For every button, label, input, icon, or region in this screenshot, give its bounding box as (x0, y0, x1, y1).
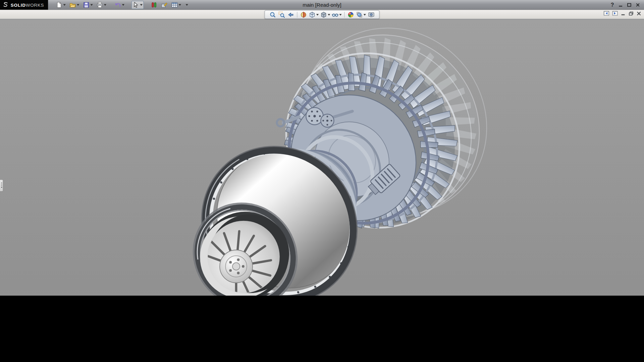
display-style-icon (320, 11, 327, 18)
solidworks-logo-icon (2, 2, 8, 8)
open-folder-icon (69, 1, 76, 8)
minimize-icon (619, 3, 623, 7)
apply-scene-button[interactable] (356, 11, 366, 18)
pencil-box-icon (161, 1, 168, 8)
chevron-down-icon (339, 14, 341, 15)
scene-ball-icon (356, 11, 363, 18)
hide-show-items-button[interactable] (331, 11, 342, 18)
toolbar-options-button[interactable] (184, 1, 190, 9)
help-button[interactable]: ? (611, 2, 614, 8)
brand-text: SOLIDWORKS (11, 2, 44, 7)
select-button[interactable] (131, 1, 144, 9)
view-orientation-button[interactable] (309, 11, 319, 18)
minimize-button[interactable] (619, 3, 623, 7)
close-icon (637, 11, 641, 15)
design-table-button[interactable] (170, 1, 182, 9)
undo-button[interactable] (113, 1, 126, 9)
zoom-to-fit-icon (269, 11, 276, 18)
maximize-icon (627, 3, 631, 7)
zoom-to-fit-button[interactable] (269, 11, 277, 18)
chevron-down-icon (63, 4, 66, 6)
mdi-window-controls (604, 11, 641, 15)
select-cursor-icon (133, 1, 140, 8)
section-view-button[interactable] (300, 11, 308, 18)
view-settings-icon (368, 11, 375, 18)
save-floppy-icon (83, 1, 90, 8)
appearance-ball-icon (347, 11, 354, 18)
edit-appearance-button[interactable] (346, 11, 355, 18)
section-view-icon (300, 11, 307, 18)
chevron-down-icon (122, 4, 124, 6)
chevron-down-icon (316, 14, 319, 15)
solidworks-logo: SOLIDWORKS (0, 0, 48, 10)
minimize-icon (621, 11, 625, 15)
chevron-down-icon (104, 4, 106, 6)
pane-arrow-right-icon (612, 11, 618, 15)
splitter-grip-dots (1, 183, 2, 188)
chevron-down-icon (364, 14, 366, 15)
heads-up-view-toolbar (265, 10, 380, 19)
maximize-button[interactable] (627, 3, 631, 7)
graphics-area[interactable]: y x *Dimetric (0, 19, 644, 296)
engine-model-scene[interactable] (0, 19, 644, 296)
heads-up-row (0, 10, 644, 19)
undo-arrow-icon (115, 1, 121, 8)
view-settings-button[interactable] (367, 11, 375, 18)
close-document-button[interactable] (637, 11, 641, 15)
show-pane-button[interactable] (612, 11, 618, 15)
chevron-down-icon (186, 4, 188, 6)
panel-splitter-handle[interactable] (0, 179, 3, 192)
printer-icon (97, 1, 103, 8)
chevron-down-icon (77, 4, 79, 6)
close-icon (636, 3, 640, 7)
glasses-icon (332, 11, 338, 18)
title-bar: SOLIDWORKS (0, 0, 644, 10)
save-button[interactable] (82, 1, 94, 9)
new-document-icon (56, 1, 63, 8)
main-toolbar (55, 1, 190, 9)
open-button[interactable] (68, 1, 80, 9)
zoom-to-area-icon (278, 11, 285, 18)
show-feature-tree-pane-button[interactable] (604, 11, 609, 15)
edit-appearance-tool-button[interactable] (160, 1, 169, 9)
xpress-products-button[interactable] (150, 1, 159, 9)
chevron-down-icon (140, 4, 143, 6)
zoom-to-area-button[interactable] (278, 11, 286, 18)
xpress-products-icon (151, 1, 158, 8)
chevron-down-icon (91, 4, 93, 6)
view-orientation-cube-icon (309, 11, 316, 18)
solidworks-window: SOLIDWORKS (0, 0, 644, 296)
chevron-down-icon (328, 14, 330, 15)
restore-icon (629, 11, 633, 15)
pane-arrow-left-icon (604, 11, 609, 15)
spreadsheet-icon (171, 1, 178, 8)
display-style-button[interactable] (320, 11, 331, 18)
restore-document-button[interactable] (629, 11, 633, 15)
window-controls: ? (611, 2, 644, 8)
chevron-down-icon (179, 4, 181, 6)
previous-view-icon (287, 11, 294, 18)
previous-view-button[interactable] (287, 11, 295, 18)
print-button[interactable] (95, 1, 108, 9)
new-document-button[interactable] (55, 1, 67, 9)
minimize-document-button[interactable] (621, 11, 625, 15)
close-button[interactable] (636, 3, 640, 7)
